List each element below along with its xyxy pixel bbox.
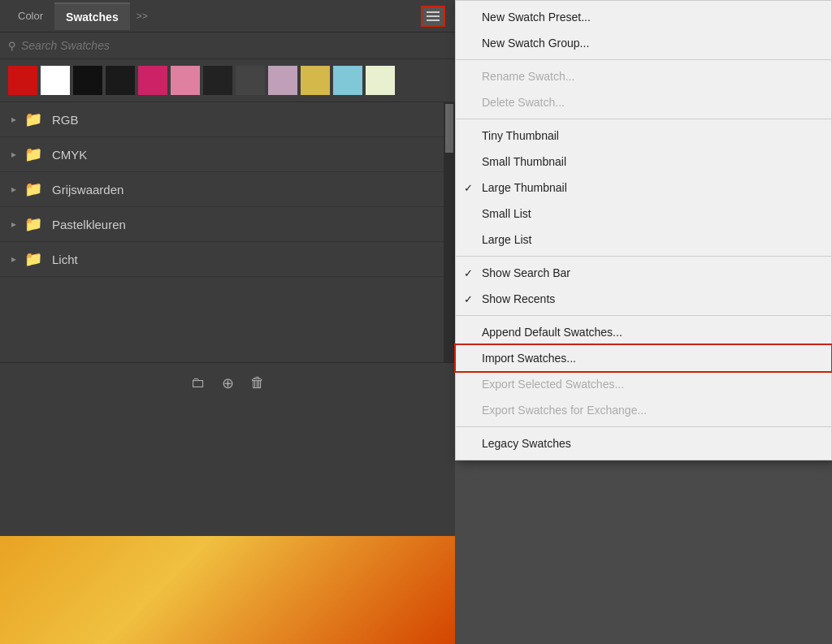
- delete-swatch-button[interactable]: 🗑: [250, 374, 265, 391]
- menu-item-small-thumbnail[interactable]: Small Thumbnail: [456, 149, 831, 175]
- panel-toolbar: 🗀 ⊕ 🗑: [0, 362, 455, 403]
- group-item-cmyk[interactable]: ▸ 📁 CMYK: [0, 137, 455, 172]
- menu-line-3: [427, 19, 440, 21]
- menu-item-label: Large List: [482, 233, 531, 246]
- group-item-pastelkleuren[interactable]: ▸ 📁 Pastelkleuren: [0, 207, 455, 242]
- groups-list: ▸ 📁 RGB ▸ 📁 CMYK ▸ 📁 Grijswaarden ▸ 📁 Pa…: [0, 102, 455, 277]
- menu-item-label: Delete Swatch...: [482, 96, 565, 109]
- more-tabs-icon[interactable]: >>: [136, 11, 148, 22]
- checkmark-icon: ✓: [464, 293, 473, 305]
- menu-separator: [456, 119, 831, 119]
- group-label: RGB: [52, 113, 79, 127]
- panel-header: Color Swatches >>: [0, 0, 455, 32]
- menu-item-label: Large Thumbnail: [482, 181, 567, 194]
- swatch-item-7[interactable]: [236, 66, 265, 95]
- folder-icon: 📁: [24, 110, 42, 128]
- swatch-item-6[interactable]: [203, 66, 232, 95]
- menu-line-2: [427, 15, 440, 17]
- menu-item-label: New Swatch Group...: [482, 37, 589, 50]
- menu-item-legacy-swatches[interactable]: Legacy Swatches: [456, 430, 831, 456]
- tab-swatches[interactable]: Swatches: [54, 2, 130, 30]
- menu-item-rename-swatch-: Rename Swatch...: [456, 63, 831, 89]
- menu-item-new-swatch-group-[interactable]: New Swatch Group...: [456, 30, 831, 56]
- menu-item-label: New Swatch Preset...: [482, 11, 591, 24]
- menu-item-label: Small List: [482, 207, 531, 220]
- menu-item-tiny-thumbnail[interactable]: Tiny Thumbnail: [456, 123, 831, 149]
- group-item-grijswaarden[interactable]: ▸ 📁 Grijswaarden: [0, 172, 455, 207]
- menu-item-show-recents[interactable]: ✓Show Recents: [456, 286, 831, 312]
- menu-item-label: Show Search Bar: [482, 266, 570, 279]
- menu-item-label: Tiny Thumbnail: [482, 129, 559, 142]
- scrollbar[interactable]: [444, 102, 455, 362]
- menu-item-new-swatch-preset-[interactable]: New Swatch Preset...: [456, 4, 831, 30]
- folder-icon: 📁: [24, 250, 42, 268]
- context-menu: New Swatch Preset...New Swatch Group...R…: [455, 0, 832, 460]
- swatch-item-11[interactable]: [366, 66, 395, 95]
- group-item-licht[interactable]: ▸ 📁 Licht: [0, 242, 455, 277]
- swatch-item-5[interactable]: [171, 66, 200, 95]
- menu-item-label: Append Default Swatches...: [482, 326, 622, 339]
- menu-item-label: Small Thumbnail: [482, 155, 566, 168]
- swatch-item-8[interactable]: [268, 66, 297, 95]
- new-folder-button[interactable]: 🗀: [191, 374, 206, 391]
- swatch-item-2[interactable]: [73, 66, 102, 95]
- menu-item-large-thumbnail[interactable]: ✓Large Thumbnail: [456, 175, 831, 201]
- menu-item-label: Show Recents: [482, 292, 555, 305]
- swatches-row: [0, 59, 455, 102]
- folder-icon: 📁: [24, 145, 42, 163]
- search-input[interactable]: [21, 39, 447, 52]
- swatch-item-9[interactable]: [301, 66, 330, 95]
- swatches-panel: Color Swatches >> ⚲ ▸ 📁 RGB ▸ 📁 CMYK ▸ 📁…: [0, 0, 455, 536]
- chevron-right-icon: ▸: [11, 114, 16, 125]
- swatch-item-10[interactable]: [333, 66, 362, 95]
- menu-item-append-default-swatches-[interactable]: Append Default Swatches...: [456, 319, 831, 345]
- menu-item-export-swatches-for-exchange-: Export Swatches for Exchange...: [456, 397, 831, 423]
- swatch-item-4[interactable]: [138, 66, 167, 95]
- menu-item-show-search-bar[interactable]: ✓Show Search Bar: [456, 260, 831, 286]
- menu-separator: [456, 256, 831, 257]
- menu-item-delete-swatch-: Delete Swatch...: [456, 89, 831, 115]
- menu-separator: [456, 315, 831, 316]
- swatch-item-3[interactable]: [106, 66, 135, 95]
- tab-color[interactable]: Color: [6, 3, 54, 28]
- chevron-right-icon: ▸: [11, 253, 16, 265]
- swatch-item-0[interactable]: [8, 66, 37, 95]
- add-swatch-button[interactable]: ⊕: [222, 374, 234, 392]
- panel-menu-button[interactable]: [421, 6, 445, 27]
- folder-icon: 📁: [24, 215, 42, 233]
- checkmark-icon: ✓: [464, 267, 473, 279]
- menu-separator: [456, 59, 831, 60]
- group-label: Grijswaarden: [52, 183, 124, 197]
- group-label: CMYK: [52, 148, 87, 162]
- menu-item-label: Export Selected Swatches...: [482, 378, 624, 391]
- menu-item-label: Legacy Swatches: [482, 437, 571, 450]
- menu-item-import-swatches-[interactable]: Import Swatches...: [456, 345, 831, 371]
- scrollbar-thumb[interactable]: [445, 104, 453, 153]
- search-icon: ⚲: [8, 40, 16, 52]
- chevron-right-icon: ▸: [11, 149, 16, 160]
- group-label: Pastelkleuren: [52, 218, 126, 231]
- menu-item-small-list[interactable]: Small List: [456, 201, 831, 227]
- chevron-right-icon: ▸: [11, 218, 16, 230]
- menu-item-label: Import Swatches...: [482, 352, 576, 365]
- menu-line-1: [427, 11, 440, 13]
- folder-icon: 📁: [24, 180, 42, 198]
- search-bar: ⚲: [0, 32, 455, 59]
- hamburger-icon: [427, 11, 440, 21]
- checkmark-icon: ✓: [464, 182, 473, 194]
- swatch-item-1[interactable]: [41, 66, 70, 95]
- menu-item-large-list[interactable]: Large List: [456, 227, 831, 253]
- group-item-rgb[interactable]: ▸ 📁 RGB: [0, 102, 455, 137]
- menu-item-export-selected-swatches-: Export Selected Swatches...: [456, 371, 831, 397]
- menu-item-label: Export Swatches for Exchange...: [482, 404, 647, 417]
- menu-item-label: Rename Swatch...: [482, 70, 574, 83]
- chevron-right-icon: ▸: [11, 184, 16, 195]
- group-label: Licht: [52, 253, 78, 266]
- menu-separator: [456, 426, 831, 427]
- groups-container: ▸ 📁 RGB ▸ 📁 CMYK ▸ 📁 Grijswaarden ▸ 📁 Pa…: [0, 102, 455, 362]
